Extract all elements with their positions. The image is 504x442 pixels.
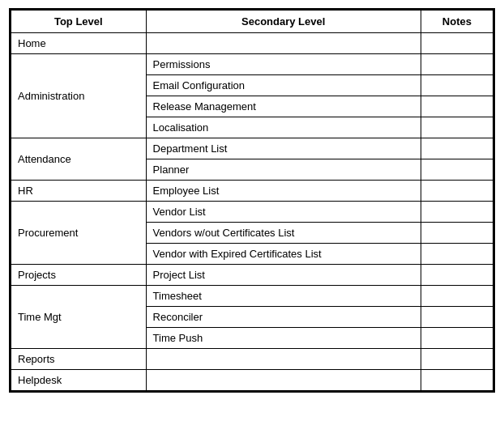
main-table-container: Top Level Secondary Level Notes HomeAdmi…: [9, 8, 495, 393]
notes-cell: [421, 286, 493, 307]
notes-cell: [421, 265, 493, 286]
header-secondary-level: Secondary Level: [146, 11, 421, 33]
notes-cell: [421, 202, 493, 223]
notes-cell: [421, 307, 493, 328]
table-row: Reports: [11, 349, 493, 370]
notes-cell: [421, 54, 493, 75]
secondary-level-cell: Planner: [146, 159, 421, 181]
secondary-level-cell: Release Management: [146, 96, 421, 117]
secondary-level-cell: Employee List: [146, 181, 421, 202]
top-level-cell: Administration: [11, 54, 147, 138]
secondary-level-cell: Vendor List: [146, 202, 421, 223]
table-row: Time MgtTimesheet: [11, 286, 493, 307]
table-row: AttendanceDepartment List: [11, 138, 493, 159]
table-row: ProjectsProject List: [11, 265, 493, 286]
navigation-table: Top Level Secondary Level Notes HomeAdmi…: [11, 10, 493, 391]
notes-cell: [421, 138, 493, 159]
secondary-level-cell: Time Push: [146, 328, 421, 349]
secondary-level-cell: Localisation: [146, 117, 421, 138]
secondary-level-cell: [146, 349, 421, 370]
table-row: AdministrationPermissions: [11, 54, 493, 75]
secondary-level-cell: [146, 33, 421, 54]
top-level-cell: Home: [11, 33, 147, 54]
table-row: Home: [11, 33, 493, 54]
secondary-level-cell: Email Configuration: [146, 75, 421, 96]
secondary-level-cell: [146, 370, 421, 391]
secondary-level-cell: Project List: [146, 265, 421, 286]
secondary-level-cell: Vendor with Expired Certificates List: [146, 244, 421, 265]
notes-cell: [421, 223, 493, 244]
notes-cell: [421, 159, 493, 181]
secondary-level-cell: Vendors w/out Certificates List: [146, 223, 421, 244]
notes-cell: [421, 75, 493, 96]
notes-cell: [421, 328, 493, 349]
notes-cell: [421, 96, 493, 117]
table-row: ProcurementVendor List: [11, 202, 493, 223]
secondary-level-cell: Department List: [146, 138, 421, 159]
top-level-cell: Procurement: [11, 202, 147, 265]
top-level-cell: Reports: [11, 349, 147, 370]
notes-cell: [421, 117, 493, 138]
top-level-cell: Time Mgt: [11, 286, 147, 349]
header-notes: Notes: [421, 11, 493, 33]
secondary-level-cell: Reconciler: [146, 307, 421, 328]
table-row: Helpdesk: [11, 370, 493, 391]
notes-cell: [421, 33, 493, 54]
top-level-cell: Attendance: [11, 138, 147, 181]
top-level-cell: HR: [11, 181, 147, 202]
notes-cell: [421, 349, 493, 370]
secondary-level-cell: Timesheet: [146, 286, 421, 307]
notes-cell: [421, 181, 493, 202]
header-top-level: Top Level: [11, 11, 147, 33]
secondary-level-cell: Permissions: [146, 54, 421, 75]
top-level-cell: Projects: [11, 265, 147, 286]
notes-cell: [421, 370, 493, 391]
top-level-cell: Helpdesk: [11, 370, 147, 391]
table-row: HREmployee List: [11, 181, 493, 202]
notes-cell: [421, 244, 493, 265]
